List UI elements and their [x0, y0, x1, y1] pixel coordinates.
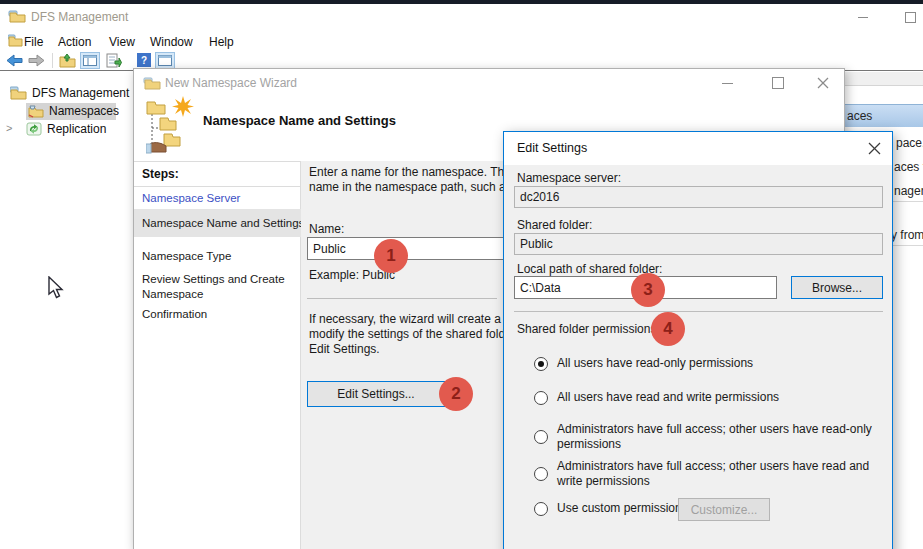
- note-line-3: Edit Settings.: [309, 342, 380, 356]
- intro-line-1: Enter a name for the namespace. This na: [309, 165, 530, 179]
- menu-action[interactable]: Action: [54, 33, 95, 51]
- wizard-maximize-button[interactable]: [763, 73, 793, 93]
- dialog-close-button[interactable]: [862, 138, 886, 158]
- replication-icon: [26, 122, 42, 136]
- permissions-label: Shared folder permissions:: [517, 322, 660, 336]
- background-fragment-3: nagen: [894, 184, 923, 198]
- radio-option-admin-readwrite[interactable]: Administrators have full access; other u…: [534, 459, 889, 489]
- window-pane-icon: [158, 55, 172, 66]
- console-view-button[interactable]: [80, 52, 100, 69]
- shared-folder-label: Shared folder:: [517, 218, 592, 232]
- background-pane-header-text: aces: [847, 109, 872, 123]
- radio-label-3: Administrators have full access; other u…: [557, 459, 889, 489]
- name-label: Name:: [309, 222, 344, 236]
- wizard-header-icon: [146, 96, 196, 154]
- content-divider: [307, 298, 497, 299]
- edit-settings-dialog: Edit Settings Namespace server: Shared f…: [503, 131, 893, 549]
- step-namespace-name-settings: Namespace Name and Settings: [142, 217, 304, 229]
- background-fragment-2: aces t: [894, 160, 923, 174]
- close-icon: [817, 77, 829, 89]
- note-line-2: modify the settings of the shared folder…: [309, 327, 534, 341]
- menu-file[interactable]: File: [20, 33, 47, 51]
- customize-button: Customize...: [678, 498, 770, 521]
- annotation-badge-1: 1: [374, 239, 408, 273]
- shared-folder-input: [514, 233, 883, 255]
- radio-circle-4[interactable]: [534, 502, 548, 516]
- main-minimize-button[interactable]: [848, 7, 878, 27]
- step-namespace-type: Namespace Type: [142, 250, 231, 262]
- intro-line-2: name in the namespace path, such as \\: [309, 180, 522, 194]
- step-review-settings: Review Settings and Create Namespace: [142, 272, 292, 302]
- background-divider-2: [893, 245, 923, 246]
- radio-label-4: Use custom permissions:: [557, 501, 691, 516]
- namespace-server-label: Namespace server:: [517, 171, 621, 185]
- wizard-heading: Namespace Name and Settings: [203, 113, 396, 128]
- mouse-cursor: [48, 276, 64, 300]
- toolbar-separator: [52, 53, 53, 68]
- main-maximize-button[interactable]: [895, 7, 923, 27]
- radio-circle-2[interactable]: [534, 430, 548, 444]
- background-fragment-1: pace...: [896, 136, 923, 150]
- wizard-close-button[interactable]: [808, 73, 838, 93]
- radio-circle-1[interactable]: [534, 391, 548, 405]
- browse-button[interactable]: Browse...: [791, 276, 883, 299]
- main-window-title: DFS Management: [31, 10, 128, 24]
- annotation-badge-3: 3: [631, 273, 665, 307]
- tree-expand-chevron[interactable]: >: [6, 122, 12, 134]
- wizard-steps-panel: Steps: Namespace Server Namespace Name a…: [134, 161, 301, 549]
- steps-divider: [134, 186, 301, 187]
- radio-label-0: All users have read-only permissions: [557, 356, 753, 371]
- annotation-badge-2: 2: [439, 377, 473, 411]
- close-icon: [868, 142, 881, 155]
- radio-option-custom[interactable]: Use custom permissions:: [534, 501, 691, 516]
- dialog-titlebar: Edit Settings: [504, 132, 892, 165]
- dfs-app-icon: [8, 9, 26, 24]
- help-icon[interactable]: ?: [137, 53, 151, 67]
- export-list-icon[interactable]: [106, 53, 123, 68]
- wizard-minimize-button[interactable]: [712, 73, 742, 93]
- console-tree-panel: DFS Management Namespaces > Replication: [0, 71, 133, 549]
- forward-arrow-icon[interactable]: [28, 54, 45, 67]
- menu-view[interactable]: View: [105, 33, 139, 51]
- menu-window[interactable]: Window: [146, 33, 197, 51]
- wizard-title: New Namespace Wizard: [165, 76, 297, 90]
- main-titlebar: DFS Management: [0, 4, 923, 30]
- show-window-button[interactable]: [155, 52, 175, 69]
- namespace-server-input: [514, 186, 883, 208]
- radio-option-read-only[interactable]: All users have read-only permissions: [534, 356, 753, 371]
- tree-item-dfs-management[interactable]: DFS Management: [10, 86, 129, 100]
- menu-help[interactable]: Help: [205, 33, 238, 51]
- radio-option-admin-readonly[interactable]: Administrators have full access; other u…: [534, 422, 889, 452]
- tree-item-namespaces[interactable]: Namespaces: [28, 104, 119, 118]
- background-pane-band: [845, 72, 923, 86]
- radio-option-read-write[interactable]: All users have read and write permission…: [534, 390, 779, 405]
- dialog-divider: [514, 311, 883, 312]
- dialog-title: Edit Settings: [517, 141, 587, 155]
- up-folder-icon[interactable]: [59, 53, 76, 68]
- step-namespace-server[interactable]: Namespace Server: [142, 192, 240, 204]
- radio-label-2: Administrators have full access; other u…: [557, 422, 889, 452]
- wizard-title-icon: [143, 76, 161, 91]
- back-arrow-icon[interactable]: [6, 54, 23, 67]
- radio-circle-0[interactable]: [534, 357, 548, 371]
- dfs-management-icon: [10, 86, 27, 100]
- console-view-icon: [83, 55, 97, 66]
- steps-title: Steps:: [142, 167, 179, 181]
- background-pane-header: aces: [845, 104, 923, 127]
- radio-label-1: All users have read and write permission…: [557, 390, 779, 405]
- edit-settings-button[interactable]: Edit Settings...: [307, 381, 445, 407]
- note-line-1: If necessary, the wizard will create a s…: [309, 312, 528, 326]
- namespaces-icon: [28, 104, 44, 118]
- tree-item-replication[interactable]: Replication: [26, 122, 106, 136]
- screen: DFS Management File Action View Window H…: [0, 0, 923, 549]
- step-confirmation: Confirmation: [142, 308, 207, 320]
- menu-bar: File Action View Window Help: [0, 30, 923, 52]
- radio-circle-3[interactable]: [534, 467, 548, 481]
- background-fragment-4: y from: [891, 228, 923, 242]
- annotation-badge-4: 4: [651, 312, 685, 346]
- background-divider-1: [893, 201, 923, 202]
